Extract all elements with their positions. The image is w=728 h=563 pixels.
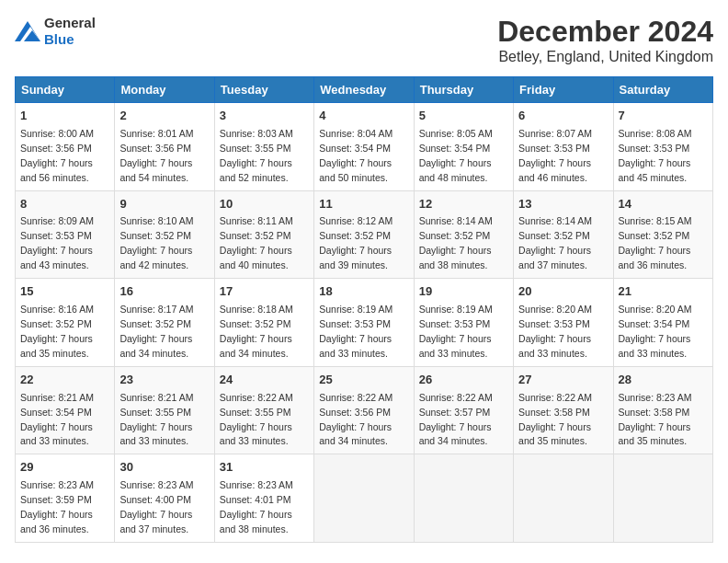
empty-cell-1 [314, 454, 414, 543]
col-saturday: Saturday [613, 77, 712, 103]
day-17: 17 Sunrise: 8:18 AMSunset: 3:52 PMDaylig… [214, 279, 313, 367]
logo-blue: Blue [44, 31, 74, 47]
logo-general: General [44, 15, 96, 30]
day-16: 16 Sunrise: 8:17 AMSunset: 3:52 PMDaylig… [115, 279, 214, 367]
title-area: December 2024 Betley, England, United Ki… [497, 15, 713, 65]
day-24: 24 Sunrise: 8:22 AMSunset: 3:55 PMDaylig… [214, 366, 313, 454]
day-3: 3 Sunrise: 8:03 AMSunset: 3:55 PMDayligh… [214, 103, 313, 191]
week-3: 15 Sunrise: 8:16 AMSunset: 3:52 PMDaylig… [16, 279, 713, 367]
week-1: 1 Sunrise: 8:00 AMSunset: 3:56 PMDayligh… [16, 103, 713, 191]
col-monday: Monday [115, 77, 214, 103]
main-title: December 2024 [497, 15, 713, 49]
day-1: 1 Sunrise: 8:00 AMSunset: 3:56 PMDayligh… [16, 103, 115, 191]
day-31: 31 Sunrise: 8:23 AMSunset: 4:01 PMDaylig… [214, 454, 313, 543]
day-29: 29 Sunrise: 8:23 AMSunset: 3:59 PMDaylig… [16, 454, 115, 543]
calendar-table: Sunday Monday Tuesday Wednesday Thursday… [15, 76, 713, 543]
day-9: 9 Sunrise: 8:10 AMSunset: 3:52 PMDayligh… [115, 190, 214, 279]
week-5: 29 Sunrise: 8:23 AMSunset: 3:59 PMDaylig… [16, 454, 713, 543]
day-13: 13 Sunrise: 8:14 AMSunset: 3:52 PMDaylig… [514, 190, 613, 279]
subtitle: Betley, England, United Kingdom [497, 49, 713, 65]
week-2: 8 Sunrise: 8:09 AMSunset: 3:53 PMDayligh… [16, 190, 713, 279]
logo: General Blue [15, 15, 96, 48]
day-20: 20 Sunrise: 8:20 AMSunset: 3:53 PMDaylig… [514, 279, 613, 367]
col-wednesday: Wednesday [314, 77, 414, 103]
day-25: 25 Sunrise: 8:22 AMSunset: 3:56 PMDaylig… [314, 366, 414, 454]
day-27: 27 Sunrise: 8:22 AMSunset: 3:58 PMDaylig… [514, 366, 613, 454]
day-10: 10 Sunrise: 8:11 AMSunset: 3:52 PMDaylig… [214, 190, 313, 279]
day-23: 23 Sunrise: 8:21 AMSunset: 3:55 PMDaylig… [115, 366, 214, 454]
day-15: 15 Sunrise: 8:16 AMSunset: 3:52 PMDaylig… [16, 279, 115, 367]
header: General Blue December 2024 Betley, Engla… [15, 15, 713, 65]
day-11: 11 Sunrise: 8:12 AMSunset: 3:52 PMDaylig… [314, 190, 414, 279]
empty-cell-3 [514, 454, 613, 543]
day-4: 4 Sunrise: 8:04 AMSunset: 3:54 PMDayligh… [314, 103, 414, 191]
week-4: 22 Sunrise: 8:21 AMSunset: 3:54 PMDaylig… [16, 366, 713, 454]
empty-cell-2 [414, 454, 513, 543]
empty-cell-4 [613, 454, 712, 543]
day-6: 6 Sunrise: 8:07 AMSunset: 3:53 PMDayligh… [514, 103, 613, 191]
day-21: 21 Sunrise: 8:20 AMSunset: 3:54 PMDaylig… [613, 279, 712, 367]
day-8: 8 Sunrise: 8:09 AMSunset: 3:53 PMDayligh… [16, 190, 115, 279]
day-18: 18 Sunrise: 8:19 AMSunset: 3:53 PMDaylig… [314, 279, 414, 367]
col-thursday: Thursday [414, 77, 513, 103]
day-14: 14 Sunrise: 8:15 AMSunset: 3:52 PMDaylig… [613, 190, 712, 279]
header-row: Sunday Monday Tuesday Wednesday Thursday… [16, 77, 713, 103]
day-28: 28 Sunrise: 8:23 AMSunset: 3:58 PMDaylig… [613, 366, 712, 454]
day-30: 30 Sunrise: 8:23 AMSunset: 4:00 PMDaylig… [115, 454, 214, 543]
col-sunday: Sunday [16, 77, 115, 103]
logo-text: General Blue [44, 15, 96, 48]
col-friday: Friday [514, 77, 613, 103]
day-5: 5 Sunrise: 8:05 AMSunset: 3:54 PMDayligh… [414, 103, 513, 191]
day-26: 26 Sunrise: 8:22 AMSunset: 3:57 PMDaylig… [414, 366, 513, 454]
logo-icon [15, 21, 40, 41]
day-7: 7 Sunrise: 8:08 AMSunset: 3:53 PMDayligh… [613, 103, 712, 191]
day-2: 2 Sunrise: 8:01 AMSunset: 3:56 PMDayligh… [115, 103, 214, 191]
day-12: 12 Sunrise: 8:14 AMSunset: 3:52 PMDaylig… [414, 190, 513, 279]
col-tuesday: Tuesday [214, 77, 313, 103]
day-22: 22 Sunrise: 8:21 AMSunset: 3:54 PMDaylig… [16, 366, 115, 454]
day-19: 19 Sunrise: 8:19 AMSunset: 3:53 PMDaylig… [414, 279, 513, 367]
